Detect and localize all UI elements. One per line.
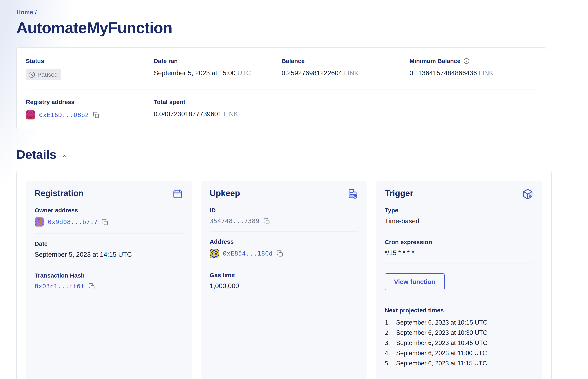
projected-time-number: 1. — [385, 319, 392, 326]
section-divider — [35, 233, 183, 234]
projected-time-number: 2. — [385, 329, 392, 336]
calendar-icon — [172, 189, 183, 200]
upkeep-id-label: ID — [210, 207, 358, 214]
total-spent-field: Total spent 0.04072301877739601 LINK — [154, 99, 282, 119]
total-spent-value: 0.04072301877739601 — [154, 110, 222, 118]
copy-upkeep-address-icon[interactable] — [277, 250, 283, 257]
breadcrumb-separator: / — [35, 9, 37, 16]
upkeep-address-link[interactable]: 0xE854...18Cd — [223, 250, 272, 257]
page-title: AutomateMyFunction — [16, 19, 588, 37]
cube-icon — [522, 189, 533, 200]
upkeep-address-label: Address — [210, 238, 358, 245]
registration-date-value: September 5, 2023 at 14:15 UTC — [35, 251, 183, 258]
trigger-card-title: Trigger — [385, 189, 413, 198]
paused-octagon-x-icon — [29, 71, 35, 78]
details-panel: Registration Owner address 0x9d08...b717 — [16, 171, 552, 379]
total-spent-label: Total spent — [154, 99, 282, 106]
gas-limit-value: 1,000,000 — [210, 282, 358, 290]
cron-expression-value: */15 * * * * — [385, 249, 533, 257]
min-balance-label: Minimum Balance — [410, 58, 461, 64]
min-balance-value: 0.11364157484866436 — [410, 69, 477, 77]
status-label: Status — [26, 58, 154, 64]
date-ran-field: Date ran September 5, 2023 at 15:00 UTC — [154, 58, 282, 80]
projected-time-number: 3. — [385, 340, 392, 346]
section-divider — [210, 231, 358, 232]
section-divider — [35, 265, 183, 265]
copy-transaction-hash-icon[interactable] — [88, 283, 95, 290]
upkeep-card-title: Upkeep — [210, 189, 240, 198]
balance-unit: LINK — [344, 69, 359, 77]
projected-time-item: 4.September 6, 2023 at 11:00 UTC — [385, 349, 533, 360]
min-balance-unit: LINK — [479, 69, 493, 77]
cron-expression-label: Cron expression — [385, 239, 533, 246]
projected-time-number: 5. — [385, 360, 392, 367]
trigger-type-label: Type — [385, 207, 533, 214]
transaction-hash-label: Transaction Hash — [35, 272, 183, 279]
breadcrumb-home-link[interactable]: Home — [16, 9, 33, 16]
copy-registry-address-icon[interactable] — [93, 112, 99, 118]
registration-date-label: Date — [35, 240, 183, 247]
date-ran-value: September 5, 2023 at 15:00 — [154, 69, 236, 77]
owner-avatar — [35, 217, 44, 226]
next-projected-times-label: Next projected times — [385, 307, 533, 314]
balance-label: Balance — [282, 58, 410, 64]
gas-limit-label: Gas limit — [210, 272, 358, 279]
projected-time-text: September 6, 2023 at 10:30 UTC — [396, 329, 488, 336]
total-spent-unit: LINK — [223, 110, 238, 118]
trigger-card: Trigger Type Time-based Cron expression … — [377, 181, 542, 379]
registration-card-title: Registration — [35, 189, 84, 198]
registration-card: Registration Owner address 0x9d08...b717 — [26, 181, 192, 379]
date-ran-label: Date ran — [154, 58, 282, 64]
projected-time-number: 4. — [385, 350, 392, 357]
projected-time-item: 1.September 6, 2023 at 10:15 UTC — [385, 319, 533, 329]
details-heading: Details — [16, 147, 56, 161]
owner-address-label: Owner address — [35, 207, 183, 214]
balance-field: Balance 0.259276981222604 LINK — [282, 58, 410, 80]
status-badge-text: Paused — [37, 71, 58, 78]
upkeep-card: Upkeep ID 354748...7389 — [201, 181, 367, 379]
section-divider — [385, 377, 533, 377]
status-field: Status Paused — [26, 58, 154, 80]
registry-address-field: Registry address 0xE16D...D8b2 — [26, 99, 154, 119]
section-divider — [210, 265, 358, 265]
projected-time-item: 5.September 6, 2023 at 11:15 UTC — [385, 360, 533, 370]
upkeep-address-avatar — [210, 249, 219, 258]
registry-address-label: Registry address — [26, 99, 154, 106]
section-divider — [385, 264, 533, 264]
projected-time-item: 3.September 6, 2023 at 10:45 UTC — [385, 339, 533, 349]
date-ran-unit: UTC — [237, 69, 251, 77]
breadcrumb: Home/ — [16, 9, 588, 16]
next-projected-times-list: 1.September 6, 2023 at 10:15 UTC2.Septem… — [385, 319, 533, 370]
document-gear-icon — [347, 189, 358, 200]
balance-value: 0.259276981222604 — [282, 69, 342, 77]
projected-time-text: September 6, 2023 at 10:15 UTC — [396, 319, 488, 326]
projected-time-text: September 6, 2023 at 11:15 UTC — [396, 360, 487, 367]
section-divider — [385, 300, 533, 300]
view-function-button[interactable]: View function — [385, 273, 445, 290]
collapse-details-chevron-up-icon[interactable] — [61, 153, 68, 159]
min-balance-field: Minimum Balance 0.11364157484866436 LINK — [410, 58, 538, 80]
copy-upkeep-id-icon[interactable] — [263, 218, 270, 224]
owner-address-link[interactable]: 0x9d08...b717 — [48, 218, 98, 225]
automation-upkeep-page: Home/ AutomateMyFunction Status Paused — [0, 0, 588, 379]
upkeep-id-value: 354748...7389 — [210, 217, 259, 224]
projected-time-item: 2.September 6, 2023 at 10:30 UTC — [385, 329, 533, 339]
trigger-type-value: Time-based — [385, 217, 533, 225]
transaction-hash-link[interactable]: 0x03c1...ff6f — [35, 283, 84, 290]
info-icon[interactable] — [463, 58, 469, 64]
projected-time-text: September 6, 2023 at 11:00 UTC — [396, 349, 487, 357]
registry-avatar — [26, 110, 35, 119]
copy-owner-address-icon[interactable] — [102, 219, 108, 225]
status-badge: Paused — [26, 69, 61, 80]
projected-time-text: September 6, 2023 at 10:45 UTC — [396, 339, 488, 347]
registry-address-link[interactable]: 0xE16D...D8b2 — [39, 111, 89, 118]
summary-card: Status Paused Date ran September 5, 2023… — [16, 47, 547, 129]
